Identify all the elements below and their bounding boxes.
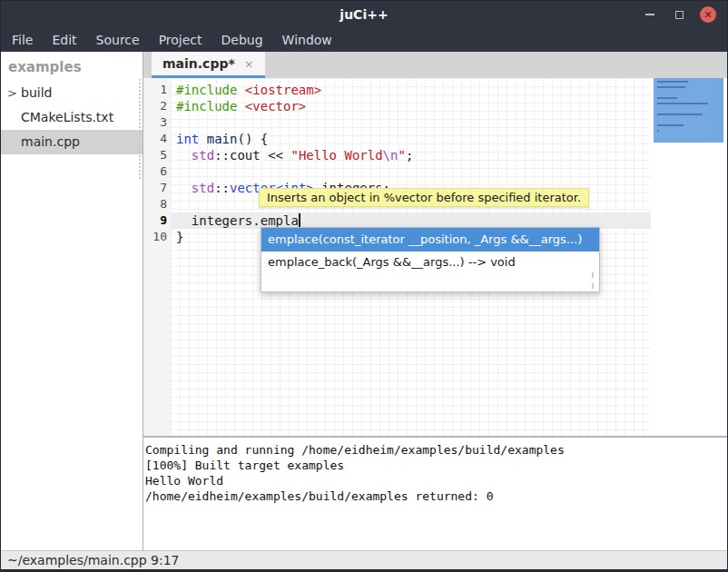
code-token: <iostream> xyxy=(245,83,321,97)
line-number: 5 xyxy=(143,147,171,163)
line-number: 9 xyxy=(143,212,171,229)
sidebar-scrollbar[interactable] xyxy=(139,79,141,179)
code-line[interactable]: #include <iostream> xyxy=(176,82,651,98)
tree-item-maincpp[interactable]: main.cpp xyxy=(1,130,143,154)
line-number: 7 xyxy=(143,180,171,196)
tab-maincpp[interactable]: main.cpp* × xyxy=(152,52,265,78)
menu-item-debug[interactable]: Debug xyxy=(220,28,265,52)
code-token: () { xyxy=(237,132,268,146)
code-token: " xyxy=(398,148,405,163)
code-token: #include xyxy=(176,99,245,113)
menu-item-file[interactable]: File xyxy=(10,28,34,52)
code-lines: #include <iostream>#include <vector>int … xyxy=(176,82,651,245)
text-cursor xyxy=(299,213,300,228)
code-token xyxy=(199,132,206,146)
doc-tooltip: Inserts an object in %vector before spec… xyxy=(259,188,589,207)
main-area: examples > build CMakeLists.txt main.cpp… xyxy=(1,52,727,550)
code-token: "Hello World xyxy=(290,148,382,163)
statusbar: ~/examples/main.cpp 9:17 xyxy=(1,550,727,569)
line-number-gutter: 12345678910 xyxy=(143,78,171,436)
app-window: juCi++ ✕ File Edit Source Project Debug … xyxy=(0,0,728,572)
completion-item-emplace[interactable]: emplace(const_iterator __position, _Args… xyxy=(261,228,599,251)
statusbar-file-position: ~/examples/main.cpp 9:17 xyxy=(7,553,180,567)
output-line: [100%] Built target examples xyxy=(145,458,727,473)
tree-item-label: main.cpp xyxy=(21,134,80,149)
minimap-line xyxy=(657,86,685,88)
line-number: 3 xyxy=(143,114,171,131)
minimize-button[interactable] xyxy=(642,6,658,23)
window-title: juCi++ xyxy=(1,7,727,22)
minimap-line xyxy=(657,113,703,115)
code-line[interactable] xyxy=(176,114,651,131)
tab-close-icon[interactable]: × xyxy=(244,58,254,70)
line-number: 4 xyxy=(143,131,171,147)
output-line: Hello World xyxy=(145,473,727,488)
code-line[interactable]: std::cout << "Hello World\n"; xyxy=(176,147,651,163)
code-token: std xyxy=(192,148,214,163)
file-tree-sidebar: examples > build CMakeLists.txt main.cpp xyxy=(1,52,143,550)
tree-item-label: CMakeLists.txt xyxy=(21,110,113,124)
close-button[interactable]: ✕ xyxy=(700,6,716,23)
build-output-panel[interactable]: Compiling and running /home/eidheim/exam… xyxy=(143,436,727,550)
restore-button[interactable] xyxy=(671,6,687,23)
minimap-line xyxy=(657,97,677,99)
tab-bar: main.cpp* × xyxy=(143,52,727,78)
menu-item-source[interactable]: Source xyxy=(94,28,142,52)
code-token: :: xyxy=(214,181,230,195)
code-editor[interactable]: 12345678910 #include <iostream>#include … xyxy=(143,78,727,436)
window-controls: ✕ xyxy=(642,6,727,23)
output-line: Compiling and running /home/eidheim/exam… xyxy=(145,442,727,458)
code-line[interactable]: #include <vector> xyxy=(176,98,651,114)
editor-column: main.cpp* × 12345678910 #include <iostre… xyxy=(143,52,727,550)
code-token xyxy=(176,181,192,195)
tree-item-cmakelists[interactable]: CMakeLists.txt xyxy=(1,105,143,130)
minimize-icon xyxy=(645,14,654,15)
menu-item-window[interactable]: Window xyxy=(280,28,334,52)
output-line: /home/eidheim/examples/build/examples re… xyxy=(145,488,727,504)
menu-item-project[interactable]: Project xyxy=(157,28,204,52)
chevron-right-icon[interactable]: > xyxy=(7,81,17,105)
menubar: File Edit Source Project Debug Window xyxy=(1,28,727,52)
code-token: std xyxy=(192,181,214,195)
line-number: 1 xyxy=(143,82,171,98)
minimap-slider[interactable] xyxy=(654,78,723,143)
tab-label: main.cpp* xyxy=(162,56,235,71)
minimap-line xyxy=(657,103,708,104)
completion-popup: emplace(const_iterator __position, _Args… xyxy=(261,227,600,292)
code-token: integers.empla xyxy=(176,213,299,228)
restore-icon xyxy=(675,11,684,19)
project-folder-header: examples xyxy=(1,52,143,81)
menu-item-edit[interactable]: Edit xyxy=(50,28,78,52)
line-number: 2 xyxy=(143,98,171,114)
tree-item-build[interactable]: > build xyxy=(1,81,143,105)
minimap-line xyxy=(657,130,659,132)
titlebar[interactable]: juCi++ ✕ xyxy=(1,1,727,28)
close-icon: ✕ xyxy=(700,6,716,23)
line-number: 6 xyxy=(143,163,171,180)
code-token: <vector> xyxy=(245,99,306,113)
code-token xyxy=(176,148,192,163)
code-token: ; xyxy=(406,148,413,163)
code-token: main xyxy=(207,132,238,146)
code-token: ::cout << xyxy=(214,148,290,163)
code-line[interactable] xyxy=(176,163,651,180)
code-token: int xyxy=(176,132,199,146)
minimap-line xyxy=(657,124,684,126)
line-number: 10 xyxy=(143,229,171,245)
minimap-line xyxy=(657,81,688,83)
tree-item-label: build xyxy=(21,85,52,100)
line-number: 8 xyxy=(143,196,171,212)
completion-scrollbar[interactable] xyxy=(592,272,594,289)
code-token: } xyxy=(176,230,183,244)
completion-item-emplace-back[interactable]: emplace_back(_Args &&__args...) --> void xyxy=(261,251,599,273)
code-token: \n xyxy=(383,148,398,163)
code-token: #include xyxy=(176,83,245,97)
code-line[interactable]: int main() { xyxy=(176,131,651,147)
